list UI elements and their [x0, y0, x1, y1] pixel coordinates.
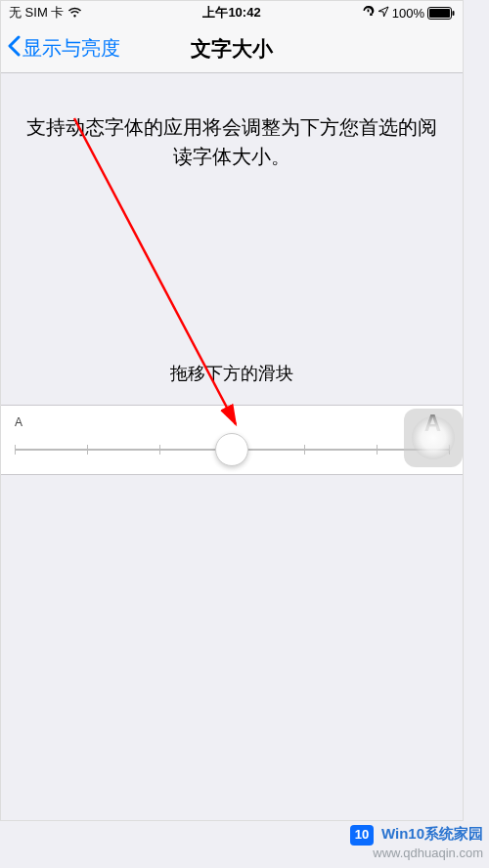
slider-tick [304, 445, 305, 455]
page-title: 文字大小 [191, 35, 273, 63]
slider-thumb[interactable] [215, 433, 248, 466]
carrier-text: 无 SIM 卡 [9, 4, 64, 22]
location-icon [378, 6, 389, 21]
description-text: 支持动态字体的应用将会调整为下方您首选的阅读字体大小。 [1, 112, 463, 171]
watermark-title: Win10系统家园 [381, 825, 483, 842]
text-size-slider-row: A A [1, 405, 463, 475]
slider-hint: 拖移下方的滑块 [1, 362, 463, 385]
svg-rect-3 [453, 11, 455, 16]
svg-rect-0 [367, 10, 369, 12]
battery-percent: 100% [392, 6, 424, 21]
watermark: 10 Win10系统家园 www.qdhuaqin.com [350, 824, 483, 862]
slider-tick [15, 445, 16, 455]
wifi-icon [67, 7, 82, 19]
chevron-left-icon [7, 35, 21, 62]
svg-rect-2 [429, 9, 450, 18]
watermark-badge: 10 [350, 825, 374, 846]
small-a-label: A [15, 415, 22, 429]
slider-tick [87, 445, 88, 455]
assistive-touch-icon [412, 416, 455, 459]
text-size-slider[interactable] [15, 449, 449, 451]
orientation-lock-icon [362, 5, 375, 21]
battery-icon [427, 7, 455, 20]
slider-tick [159, 445, 160, 455]
watermark-url: www.qdhuaqin.com [350, 846, 483, 862]
slider-tick [377, 445, 378, 455]
nav-bar: 显示与亮度 文字大小 [1, 24, 463, 73]
assistive-touch-button[interactable] [404, 409, 463, 467]
back-label: 显示与亮度 [22, 35, 120, 62]
status-time: 上午10:42 [202, 4, 260, 22]
back-button[interactable]: 显示与亮度 [7, 35, 120, 62]
status-bar: 无 SIM 卡 上午10:42 100% [1, 1, 463, 24]
